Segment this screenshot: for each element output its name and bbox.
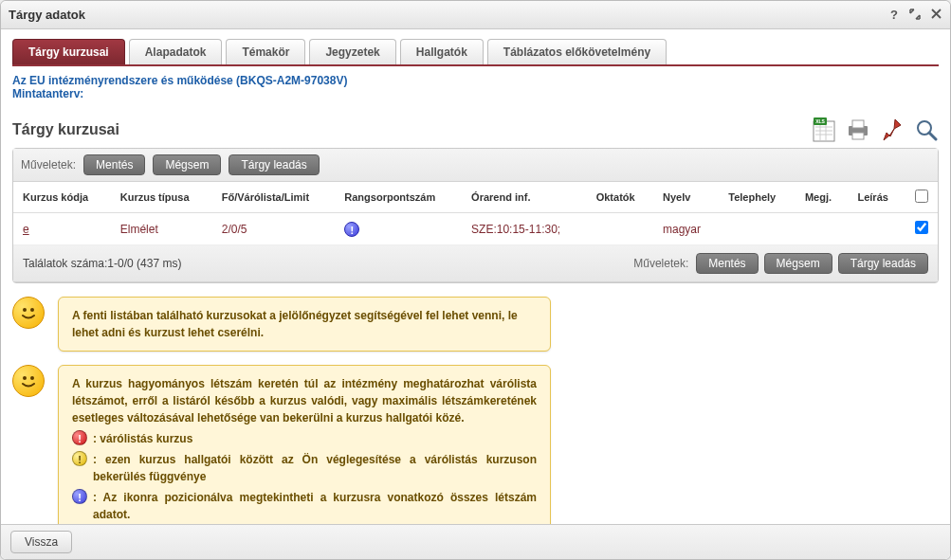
back-button[interactable]: Vissza bbox=[10, 531, 72, 553]
th-rank[interactable]: Rangsorpontszám bbox=[335, 182, 462, 213]
save-button-bottom[interactable]: Mentés bbox=[696, 253, 758, 274]
tab-notes[interactable]: Jegyzetek bbox=[309, 39, 395, 64]
drop-subject-button-bottom[interactable]: Tárgy leadás bbox=[838, 253, 928, 274]
hint-2-intro: A kurzus hagyományos létszám keretén túl… bbox=[72, 375, 537, 426]
tab-students[interactable]: Hallgatók bbox=[400, 39, 484, 64]
cell-site bbox=[719, 213, 796, 245]
legend-red: ! : várólistás kurzus bbox=[72, 430, 537, 447]
legend-blue-text: : Az ikonra pozicionálva megtekintheti a… bbox=[93, 489, 537, 523]
window-body: Tárgy kurzusai Alapadatok Témakör Jegyze… bbox=[1, 29, 950, 524]
cell-instructors bbox=[587, 213, 653, 245]
hint-bubble-1: A fenti listában található kurzusokat a … bbox=[58, 297, 551, 352]
titlebar-controls: ? bbox=[887, 9, 942, 22]
search-icon[interactable] bbox=[914, 117, 939, 142]
legend-blue: ! : Az ikonra pozicionálva megtekintheti… bbox=[72, 489, 537, 523]
svg-rect-5 bbox=[852, 133, 864, 139]
svg-point-10 bbox=[30, 376, 34, 380]
course-table: Kurzus kódja Kurzus típusa Fő/Várólista/… bbox=[13, 182, 938, 245]
section-head: Tárgy kurzusai XLS bbox=[12, 117, 939, 142]
results-footer: Találatok száma:1-0/0 (437 ms) Műveletek… bbox=[13, 245, 938, 282]
help-icon[interactable]: ? bbox=[887, 9, 901, 22]
th-note[interactable]: Megj. bbox=[796, 182, 849, 213]
window-title: Tárgy adatok bbox=[9, 8, 887, 22]
grid-ops-top: Műveletek: Mentés Mégsem Tárgy leadás bbox=[13, 149, 938, 182]
table-header-row: Kurzus kódja Kurzus típusa Fő/Várólista/… bbox=[13, 182, 938, 213]
th-instructors[interactable]: Oktatók bbox=[587, 182, 653, 213]
cell-schedule: SZE:10:15-11:30; bbox=[462, 213, 587, 245]
tab-basic-data[interactable]: Alapadatok bbox=[129, 39, 223, 64]
ops-label-bottom: Műveletek: bbox=[633, 257, 688, 270]
window-footer: Vissza bbox=[1, 524, 950, 559]
svg-point-8 bbox=[30, 308, 34, 312]
drop-subject-button[interactable]: Tárgy leadás bbox=[229, 154, 319, 175]
results-count: Találatok száma:1-0/0 (437 ms) bbox=[23, 257, 181, 270]
svg-rect-4 bbox=[852, 120, 864, 128]
hint-2: A kurzus hagyományos létszám keretén túl… bbox=[12, 365, 939, 524]
cell-desc bbox=[848, 213, 905, 245]
th-schedule[interactable]: Órarend inf. bbox=[462, 182, 587, 213]
close-icon[interactable] bbox=[929, 9, 942, 22]
pin-icon[interactable] bbox=[880, 117, 905, 142]
th-desc[interactable]: Leírás bbox=[848, 182, 905, 213]
red-badge-icon: ! bbox=[72, 430, 87, 445]
subject-title-link[interactable]: Az EU intézményrendszere és működése (BK… bbox=[12, 74, 939, 87]
subject-subtitle: Mintatanterv: bbox=[12, 87, 939, 100]
hint-bubble-2: A kurzus hagyományos létszám keretén túl… bbox=[58, 365, 551, 524]
info-icon[interactable]: ! bbox=[344, 222, 359, 237]
print-icon[interactable] bbox=[846, 117, 870, 142]
legend-yellow-text: : ezen kurzus hallgatói között az Ön vég… bbox=[93, 451, 537, 485]
th-select-all[interactable] bbox=[905, 182, 938, 213]
subject-data-window: Tárgy adatok ? Tárgy kurzusai Alapadatok… bbox=[0, 0, 951, 560]
cell-note bbox=[796, 213, 849, 245]
course-code-link[interactable]: e bbox=[23, 223, 29, 236]
legend-yellow: ! : ezen kurzus hallgatói között az Ön v… bbox=[72, 451, 537, 485]
row-select-checkbox[interactable] bbox=[915, 221, 928, 234]
table-row: e Elmélet 2/0/5 ! SZE:10:15-11:30; magya… bbox=[13, 213, 938, 245]
subject-header: Az EU intézményrendszere és működése (BK… bbox=[12, 74, 939, 100]
save-button[interactable]: Mentés bbox=[83, 154, 145, 175]
th-lang[interactable]: Nyelv bbox=[653, 182, 719, 213]
hint-1-text: A fenti listában található kurzusokat a … bbox=[72, 309, 518, 339]
cancel-button-bottom[interactable]: Mégsem bbox=[764, 253, 832, 274]
cell-lang: magyar bbox=[653, 213, 719, 245]
svg-text:XLS: XLS bbox=[815, 118, 825, 124]
tab-topic[interactable]: Témakör bbox=[226, 39, 305, 64]
svg-point-9 bbox=[23, 376, 27, 380]
hint-1: A fenti listában található kurzusokat a … bbox=[12, 297, 939, 352]
tab-prereq-table[interactable]: Táblázatos előkövetelmény bbox=[487, 39, 667, 64]
section-title: Tárgy kurzusai bbox=[12, 121, 812, 138]
course-grid: Műveletek: Mentés Mégsem Tárgy leadás Ku… bbox=[12, 148, 939, 283]
tabs: Tárgy kurzusai Alapadatok Témakör Jegyze… bbox=[12, 39, 939, 66]
th-code[interactable]: Kurzus kódja bbox=[13, 182, 111, 213]
select-all-checkbox[interactable] bbox=[915, 190, 928, 203]
cell-limit: 2/0/5 bbox=[222, 223, 247, 236]
blue-badge-icon: ! bbox=[72, 489, 87, 504]
smiley-icon bbox=[12, 365, 45, 397]
cancel-button[interactable]: Mégsem bbox=[153, 154, 221, 175]
th-site[interactable]: Telephely bbox=[719, 182, 796, 213]
ops-label: Műveletek: bbox=[21, 158, 76, 172]
tab-courses[interactable]: Tárgy kurzusai bbox=[12, 39, 125, 64]
th-type[interactable]: Kurzus típusa bbox=[111, 182, 212, 213]
svg-point-7 bbox=[23, 308, 27, 312]
cell-type: Elmélet bbox=[111, 213, 212, 245]
maximize-icon[interactable] bbox=[908, 9, 922, 22]
titlebar: Tárgy adatok ? bbox=[1, 1, 950, 29]
export-xls-icon[interactable]: XLS bbox=[812, 117, 836, 142]
th-limit[interactable]: Fő/Várólista/Limit bbox=[212, 182, 336, 213]
smiley-icon bbox=[12, 297, 45, 329]
yellow-badge-icon: ! bbox=[72, 451, 87, 466]
toolbar-icons: XLS bbox=[812, 117, 939, 142]
legend-red-text: : várólistás kurzus bbox=[93, 430, 192, 447]
